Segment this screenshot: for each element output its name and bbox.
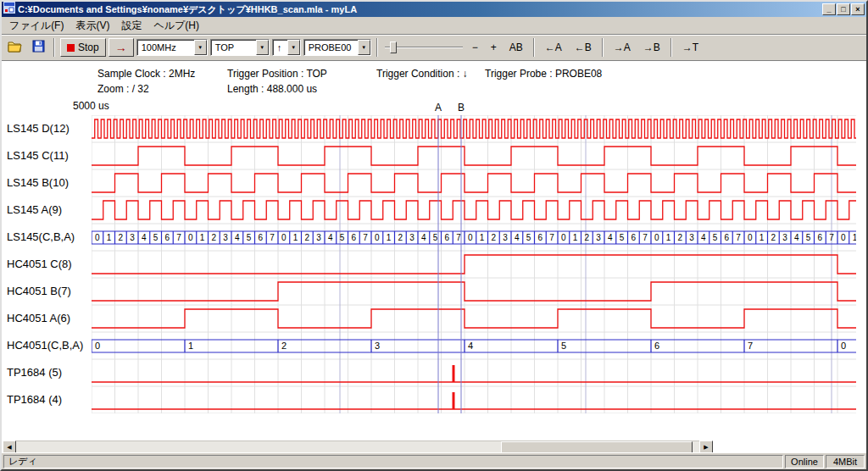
svg-text:5: 5 bbox=[153, 233, 159, 242]
grid bbox=[92, 115, 856, 413]
length-info: Length : 488.000 us bbox=[227, 83, 317, 95]
cursor-b-label[interactable]: B bbox=[458, 102, 465, 114]
cursor-a-label[interactable]: A bbox=[435, 102, 442, 114]
maximize-button[interactable]: □ bbox=[837, 3, 850, 15]
svg-text:6: 6 bbox=[818, 233, 823, 242]
horizontal-scrollbar[interactable]: ◀ ▶ bbox=[3, 441, 713, 452]
probe-select[interactable]: PROBE00 ▼ bbox=[303, 39, 371, 56]
menu-view[interactable]: 表示(V) bbox=[70, 17, 115, 35]
scrollbar-track[interactable] bbox=[16, 441, 699, 452]
sample-clock-value: 100MHz bbox=[137, 40, 194, 55]
svg-text:3: 3 bbox=[409, 233, 415, 242]
toolbar-separator bbox=[533, 38, 535, 57]
svg-text:0: 0 bbox=[748, 233, 753, 242]
channel-label: TP1684 (5) bbox=[7, 366, 62, 379]
svg-text:6: 6 bbox=[165, 233, 170, 242]
svg-text:6: 6 bbox=[538, 233, 543, 242]
svg-text:6: 6 bbox=[654, 341, 659, 351]
open-file-button[interactable] bbox=[5, 38, 25, 57]
trigger-edge-select[interactable]: ↑ ▼ bbox=[272, 39, 301, 56]
stop-button[interactable]: Stop bbox=[60, 38, 106, 57]
trigger-condition-info: Trigger Condition : ↓ bbox=[376, 68, 468, 80]
channel-trace-10 bbox=[92, 392, 856, 409]
svg-text:1: 1 bbox=[760, 233, 765, 242]
svg-text:7: 7 bbox=[643, 233, 648, 242]
svg-text:4: 4 bbox=[608, 233, 613, 242]
svg-text:6: 6 bbox=[725, 233, 730, 242]
svg-text:4: 4 bbox=[701, 233, 706, 242]
menu-settings[interactable]: 設定 bbox=[115, 17, 147, 35]
save-button[interactable] bbox=[28, 38, 48, 57]
svg-text:3: 3 bbox=[503, 233, 508, 242]
toolbar-separator bbox=[602, 38, 604, 57]
svg-text:7: 7 bbox=[736, 233, 741, 242]
svg-text:0: 0 bbox=[841, 341, 846, 351]
minimize-button[interactable]: _ bbox=[822, 3, 836, 15]
svg-text:5: 5 bbox=[247, 233, 252, 242]
svg-text:1: 1 bbox=[573, 233, 578, 242]
svg-text:5: 5 bbox=[713, 233, 718, 242]
channel-label: LS145(C,B,A) bbox=[7, 230, 75, 243]
menu-file[interactable]: ファイル(F) bbox=[3, 17, 70, 35]
svg-text:2: 2 bbox=[585, 233, 590, 242]
channel-label: LS145 A(9) bbox=[7, 203, 62, 216]
svg-text:4: 4 bbox=[468, 341, 473, 351]
svg-text:1: 1 bbox=[107, 233, 112, 242]
svg-text:6: 6 bbox=[445, 233, 450, 242]
zoom-slider-thumb[interactable] bbox=[390, 42, 397, 53]
zoom-in-button[interactable]: + bbox=[486, 39, 502, 56]
zoom-slider[interactable] bbox=[383, 38, 465, 57]
run-arrow-icon: → bbox=[115, 41, 127, 54]
svg-text:0: 0 bbox=[561, 233, 566, 242]
waveform-panel: LS145 D(12)LS145 C(11)LS145 B(10)LS145 A… bbox=[2, 115, 856, 413]
svg-text:5: 5 bbox=[526, 233, 531, 242]
scroll-left-icon[interactable]: ◀ bbox=[3, 441, 16, 452]
move-cursor-b-left-button[interactable]: ←B bbox=[570, 39, 597, 56]
channel-labels: LS145 D(12)LS145 C(11)LS145 B(10)LS145 A… bbox=[2, 115, 92, 413]
channel-trace-5 bbox=[92, 255, 856, 274]
trigger-position-info: Trigger Position : TOP bbox=[227, 68, 327, 80]
svg-text:0: 0 bbox=[281, 233, 287, 242]
chevron-down-icon[interactable]: ▼ bbox=[194, 40, 207, 55]
chevron-down-icon[interactable]: ▼ bbox=[287, 40, 300, 55]
menubar: ファイル(F) 表示(V) 設定 ヘルプ(H) bbox=[2, 17, 866, 34]
sample-clock-select[interactable]: 100MHz ▼ bbox=[136, 39, 208, 56]
toolbar-separator bbox=[53, 38, 55, 57]
svg-text:6: 6 bbox=[632, 233, 637, 242]
move-cursor-b-right-button[interactable]: →B bbox=[638, 39, 665, 56]
move-cursor-a-right-button[interactable]: →A bbox=[609, 39, 636, 56]
channel-label: LS145 C(11) bbox=[7, 149, 69, 162]
svg-text:0: 0 bbox=[95, 341, 100, 351]
folder-open-icon bbox=[8, 41, 23, 55]
svg-text:7: 7 bbox=[270, 233, 275, 242]
chevron-down-icon[interactable]: ▼ bbox=[358, 40, 370, 55]
titlebar[interactable]: C:¥Documents and Settings¥noname¥デスクトップ¥… bbox=[2, 2, 866, 17]
trigger-position-select[interactable]: TOP ▼ bbox=[210, 39, 270, 56]
scrollbar-thumb[interactable] bbox=[501, 441, 693, 452]
channel-label: HC4051 C(8) bbox=[7, 258, 72, 270]
svg-text:1: 1 bbox=[188, 341, 193, 351]
move-cursor-a-left-button[interactable]: ←A bbox=[540, 39, 567, 56]
chevron-down-icon[interactable]: ▼ bbox=[256, 40, 269, 55]
go-to-trigger-button[interactable]: →T bbox=[677, 39, 704, 56]
svg-text:5: 5 bbox=[620, 233, 625, 242]
trigger-edge-value: ↑ bbox=[273, 40, 287, 55]
zoom-out-button[interactable]: − bbox=[467, 39, 483, 56]
waveform-svg[interactable]: 0123456701234567012345670123456701234567… bbox=[92, 115, 856, 413]
svg-text:1: 1 bbox=[666, 233, 671, 242]
menu-help[interactable]: ヘルプ(H) bbox=[147, 17, 205, 35]
scroll-right-icon[interactable]: ▶ bbox=[699, 441, 713, 452]
channel-trace-0 bbox=[92, 119, 856, 138]
svg-text:2: 2 bbox=[212, 233, 217, 242]
svg-text:5: 5 bbox=[340, 233, 345, 242]
ab-range-button[interactable]: AB bbox=[504, 39, 528, 56]
svg-text:1: 1 bbox=[853, 233, 856, 242]
svg-text:6: 6 bbox=[352, 233, 357, 242]
svg-text:1: 1 bbox=[293, 233, 298, 242]
channel-label: LS145 D(12) bbox=[7, 122, 70, 135]
run-button[interactable]: → bbox=[108, 38, 134, 57]
close-button[interactable]: × bbox=[851, 3, 865, 15]
channel-trace-6 bbox=[92, 282, 856, 301]
svg-text:2: 2 bbox=[492, 233, 497, 242]
svg-text:0: 0 bbox=[188, 233, 193, 242]
